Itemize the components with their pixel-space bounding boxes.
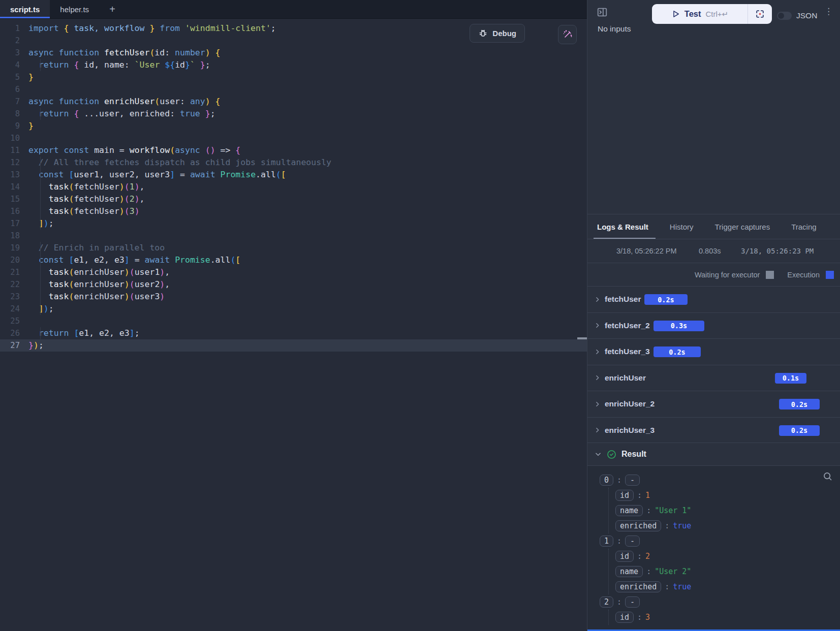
ai-assistant-button[interactable] <box>558 25 577 44</box>
code-line-17[interactable]: 17 ]); <box>0 217 587 230</box>
code-line-7[interactable]: 7async function enrichUser(user: any) { <box>0 96 587 108</box>
code-line-27[interactable]: 27}); <box>0 339 587 352</box>
chevron-right-icon <box>594 427 601 433</box>
code-line-19[interactable]: 19 // Enrich in parallel too <box>0 242 587 254</box>
line-number: 10 <box>0 132 28 144</box>
new-tab-button[interactable]: + <box>99 0 126 18</box>
code-area[interactable]: 1import { task, workflow } from 'windmil… <box>0 19 587 352</box>
tab-logs-result[interactable]: Logs & Result <box>597 214 648 239</box>
json-field-row: name:"User 2" <box>615 564 840 579</box>
json-toggle-label: JSON <box>796 11 817 20</box>
job-row-fetchUser[interactable]: fetchUser0.2s <box>587 286 840 312</box>
tab-tracing[interactable]: Tracing <box>791 214 816 239</box>
indent-guide <box>40 327 41 339</box>
run-duration: 0.803s <box>699 247 721 255</box>
tab-helper-ts[interactable]: helper.ts <box>50 0 99 18</box>
code-line-content: task(enrichUser)(user1), <box>28 266 170 278</box>
job-duration-bar: 0.3s <box>654 321 704 331</box>
code-line-14[interactable]: 14 task(fetchUser)(1), <box>0 181 587 193</box>
focus-run-button[interactable] <box>748 4 772 24</box>
json-index-row: 2:- <box>600 594 840 610</box>
collapse-toggle-pill[interactable]: - <box>625 535 640 547</box>
code-line-3[interactable]: 3async function fetchUser(id: number) { <box>0 47 587 59</box>
line-number: 1 <box>0 22 28 35</box>
collapse-toggle-pill[interactable]: - <box>625 475 640 486</box>
code-line-12[interactable]: 12 // All three fetches dispatch as chil… <box>0 156 587 169</box>
code-line-content: return [e1, e2, e3]; <box>28 327 140 339</box>
job-row-enrichUser_2[interactable]: enrichUser_20.2s <box>587 391 840 417</box>
started-at: 3/18, 05:26:22 PM <box>616 247 677 255</box>
json-value: 1 <box>645 491 650 500</box>
job-row-enrichUser_3[interactable]: enrichUser_30.2s <box>587 417 840 444</box>
debug-button[interactable]: Debug <box>470 24 525 43</box>
chevron-right-icon <box>594 374 601 381</box>
code-line-18[interactable]: 18 <box>0 230 587 242</box>
line-number: 23 <box>0 291 28 303</box>
more-options-button[interactable]: ⋮ <box>824 10 831 14</box>
collapse-panel-icon[interactable] <box>597 7 608 18</box>
job-row-fetchUser_2[interactable]: fetchUser_20.3s <box>587 312 840 339</box>
code-line-21[interactable]: 21 task(enrichUser)(user1), <box>0 266 587 278</box>
colon: : <box>646 506 651 515</box>
json-field-row: id:2 <box>615 549 840 564</box>
editor-scrollbar-thumb[interactable] <box>577 337 587 339</box>
tab-history[interactable]: History <box>670 214 694 239</box>
tab-trigger-captures[interactable]: Trigger captures <box>715 214 770 239</box>
code-line-content: }); <box>28 339 44 352</box>
code-line-content: task(fetchUser)(3) <box>28 205 140 217</box>
code-line-22[interactable]: 22 task(enrichUser)(user2), <box>0 278 587 291</box>
code-line-content: ]); <box>28 303 54 315</box>
code-line-11[interactable]: 11export const main = workflow(async () … <box>0 144 587 156</box>
job-row-enrichUser[interactable]: enrichUser0.1s <box>587 365 840 391</box>
line-number: 7 <box>0 96 28 108</box>
code-line-content: task(fetchUser)(1), <box>28 181 145 193</box>
code-line-content: export const main = workflow(async () =>… <box>28 144 240 156</box>
tab-script-ts[interactable]: script.ts <box>0 0 50 18</box>
json-key-pill: name <box>615 505 643 516</box>
tab-logs-result-label: Logs & Result <box>597 223 648 231</box>
line-number: 21 <box>0 266 28 278</box>
result-section-header[interactable]: Result <box>587 443 840 465</box>
test-button[interactable]: Test Ctrl+↵ <box>652 4 748 24</box>
code-line-13[interactable]: 13 const [user1, user2, user3] = await P… <box>0 169 587 181</box>
code-line-4[interactable]: 4 return { id, name: `User ${id}` }; <box>0 59 587 71</box>
code-line-8[interactable]: 8 return { ...user, enriched: true }; <box>0 108 587 120</box>
code-line-9[interactable]: 9} <box>0 120 587 132</box>
colon: : <box>617 476 621 485</box>
code-line-10[interactable]: 10 <box>0 132 587 144</box>
job-row-fetchUser_3[interactable]: fetchUser_30.2s <box>587 338 840 365</box>
code-line-26[interactable]: 26 return [e1, e2, e3]; <box>0 327 587 339</box>
indent-guide <box>40 266 41 278</box>
code-line-24[interactable]: 24 ]); <box>0 303 587 315</box>
json-key-pill: id <box>615 612 634 623</box>
code-line-23[interactable]: 23 task(enrichUser)(user3) <box>0 291 587 303</box>
json-key-pill: 2 <box>600 596 613 608</box>
tab-script-ts-label: script.ts <box>10 5 40 14</box>
code-line-20[interactable]: 20 const [e1, e2, e3] = await Promise.al… <box>0 254 587 266</box>
code-line-15[interactable]: 15 task(fetchUser)(2), <box>0 193 587 205</box>
job-name: enrichUser_2 <box>605 399 655 408</box>
tab-trigger-captures-label: Trigger captures <box>715 223 770 231</box>
json-field-row: name:"User 1" <box>615 503 840 518</box>
line-number: 11 <box>0 144 28 156</box>
line-number: 4 <box>0 59 28 71</box>
json-value: true <box>673 582 691 591</box>
code-line-6[interactable]: 6 <box>0 83 587 96</box>
search-icon[interactable] <box>822 471 833 482</box>
line-number: 20 <box>0 254 28 266</box>
line-number: 3 <box>0 47 28 59</box>
code-line-25[interactable]: 25 <box>0 315 587 327</box>
json-toggle[interactable] <box>777 12 792 20</box>
code-line-16[interactable]: 16 task(fetchUser)(3) <box>0 205 587 217</box>
line-number: 18 <box>0 230 28 242</box>
job-name: fetchUser_2 <box>605 321 650 330</box>
code-line-5[interactable]: 5} <box>0 71 587 83</box>
bug-icon <box>478 28 488 38</box>
json-key-pill: enriched <box>615 520 661 531</box>
timing-row: 3/18, 05:26:22 PM 0.803s 3/18, 05:26:23 … <box>587 239 840 263</box>
json-key-pill: name <box>615 566 643 577</box>
collapse-toggle-pill[interactable]: - <box>625 596 640 608</box>
line-number: 26 <box>0 327 28 339</box>
indent-guide <box>40 59 41 71</box>
line-number: 27 <box>0 339 28 352</box>
